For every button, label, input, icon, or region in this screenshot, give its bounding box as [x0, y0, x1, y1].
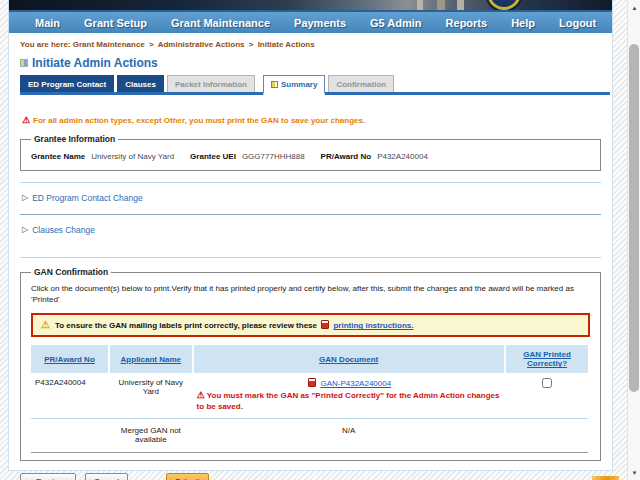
expand-triangle-icon: ▷ — [22, 226, 28, 234]
header-gan-printed-correctly[interactable]: GAN Printed Correctly? — [505, 345, 589, 373]
gan-alert-text: To ensure the GAN mailing labels print c… — [55, 320, 413, 330]
header-pr-award-no[interactable]: PR/Award No — [31, 345, 109, 373]
cell-gan-printed-checkbox — [505, 373, 589, 418]
cell-merged-gan-status: Merged GAN not available — [109, 418, 193, 452]
gan-print-instructions-text: Click on the document(s) below to print.… — [31, 283, 592, 305]
section-divider — [20, 257, 601, 258]
gan-table-row: Merged GAN not available N/A — [31, 418, 588, 452]
warning-icon: ⚠ — [22, 116, 30, 125]
main-navbar: Main Grant Setup Grant Maintenance Payme… — [9, 10, 612, 33]
gan-document-table: PR/Award No Applicant Name GAN Document … — [31, 345, 588, 453]
breadcrumb-link-administrative-actions[interactable]: Administrative Actions — [158, 40, 245, 49]
admin-action-warning: ⚠ For all admin action types, except Oth… — [22, 116, 612, 125]
clauses-change-toggle[interactable]: ▷ Clauses Change — [20, 215, 601, 246]
nav-item-g5-admin[interactable]: G5 Admin — [358, 17, 434, 29]
page-title-icon — [20, 59, 28, 67]
nav-item-help[interactable]: Help — [499, 17, 547, 29]
admin-action-warning-text: For all admin action types, except Other… — [33, 116, 365, 125]
caution-triangle-icon: ⚠ — [41, 320, 50, 330]
banner-detail — [457, 0, 464, 10]
pr-award-no-value: P432A240004 — [377, 152, 428, 161]
scrollbar-down-arrow[interactable]: ▼ — [628, 466, 640, 479]
nav-item-reports[interactable]: Reports — [434, 17, 500, 29]
pdf-icon — [308, 378, 316, 387]
nav-item-main[interactable]: Main — [23, 17, 72, 29]
printing-instructions-link[interactable]: printing instructions. — [333, 321, 413, 330]
grantee-name-label: Grantee Name — [31, 152, 85, 161]
scrollbar-up-arrow[interactable]: ▲ — [628, 1, 640, 14]
tab-clauses[interactable]: Clauses — [117, 75, 164, 92]
breadcrumb-separator: > — [247, 40, 256, 49]
gan-print-warning-text: You must mark the GAN as "Printed Correc… — [197, 391, 500, 411]
ed-program-contact-change-label: ED Program Contact Change — [32, 193, 143, 203]
cancel-button[interactable]: Cancel — [85, 473, 128, 480]
warning-icon: ⚠ — [197, 390, 205, 400]
gan-table-header-row: PR/Award No Applicant Name GAN Document … — [31, 345, 588, 373]
gan-confirmation-fieldset: GAN Confirmation Click on the document(s… — [20, 267, 601, 461]
gan-print-warning: ⚠ You must mark the GAN as "Printed Corr… — [197, 391, 501, 413]
banner-detail — [437, 0, 445, 10]
grantee-uei-label: Grantee UEI — [190, 152, 236, 161]
department-seal-icon — [487, 0, 521, 10]
page-title: Initiate Admin Actions — [32, 56, 158, 70]
gan-alert-message: To ensure the GAN mailing labels print c… — [55, 321, 317, 330]
tab-packet-information: Packet Information — [167, 75, 255, 92]
tab-summary[interactable]: Summary — [263, 75, 325, 95]
grantee-information-fieldset: Grantee Information Grantee Name Univers… — [20, 134, 601, 171]
header-applicant-name[interactable]: Applicant Name — [109, 345, 193, 373]
gan-table-row: P432A240004 University of Navy Yard GAN-… — [31, 373, 588, 418]
gan-printed-checkbox[interactable] — [542, 378, 552, 388]
gan-confirmation-legend: GAN Confirmation — [31, 267, 111, 277]
cell-merged-gan-document: N/A — [193, 418, 505, 452]
tab-summary-label: Summary — [281, 80, 317, 89]
pdf-icon — [321, 320, 329, 329]
previous-button[interactable]: < Previous — [20, 473, 76, 480]
nav-item-grant-maintenance[interactable]: Grant Maintenance — [159, 17, 282, 29]
gan-document-link[interactable]: GAN-P432A240004 — [320, 379, 391, 388]
cell-pr-award-no-empty — [31, 418, 109, 452]
action-button-row: < Previous Cancel Submit — [20, 473, 612, 480]
cell-applicant-name: University of Navy Yard — [109, 373, 193, 418]
tab-ed-program-contact[interactable]: ED Program Contact — [20, 75, 114, 92]
partially-visible-element — [592, 476, 619, 480]
page-container: Main Grant Setup Grant Maintenance Payme… — [8, 0, 613, 471]
nav-item-payments[interactable]: Payments — [282, 17, 358, 29]
banner-detail — [417, 0, 423, 10]
clauses-change-label: Clauses Change — [32, 225, 95, 235]
header-banner-photo — [9, 0, 612, 10]
vertical-scrollbar[interactable]: ▲ ▼ — [627, 0, 640, 480]
cell-pr-award-no: P432A240004 — [31, 373, 109, 418]
page-title-row: Initiate Admin Actions — [20, 56, 612, 70]
grantee-name-value: University of Navy Yard — [91, 152, 174, 161]
scrollbar-thumb[interactable] — [629, 44, 639, 392]
breadcrumb-link-grant-maintenance[interactable]: Grant Maintenance — [73, 40, 145, 49]
grantee-uei-value: GGG777HHH888 — [242, 152, 305, 161]
ed-program-contact-change-toggle[interactable]: ▷ ED Program Contact Change — [20, 183, 601, 214]
summary-tab-icon — [271, 81, 278, 88]
cell-gan-document: GAN-P432A240004 ⚠ You must mark the GAN … — [193, 373, 505, 418]
header-gan-document[interactable]: GAN Document — [193, 345, 505, 373]
nav-item-grant-setup[interactable]: Grant Setup — [72, 17, 159, 29]
grantee-info-line: Grantee Name University of Navy Yard Gra… — [29, 152, 592, 161]
gan-mailing-labels-alert: ⚠ To ensure the GAN mailing labels print… — [31, 313, 590, 337]
tab-confirmation: Confirmation — [328, 75, 394, 92]
breadcrumb-separator: > — [147, 40, 156, 49]
pr-award-no-label: PR/Award No — [321, 152, 372, 161]
cell-merged-gan-checkbox-empty — [505, 418, 589, 452]
tab-bar: ED Program Contact Clauses Packet Inform… — [20, 75, 610, 95]
breadcrumb: You are here: Grant Maintenance > Admini… — [20, 40, 612, 49]
grantee-information-legend: Grantee Information — [31, 134, 118, 144]
expand-triangle-icon: ▷ — [22, 194, 28, 202]
nav-item-logout[interactable]: Logout — [547, 17, 608, 29]
breadcrumb-prefix: You are here: — [20, 40, 71, 49]
breadcrumb-link-initiate-actions[interactable]: Initiate Actions — [258, 40, 315, 49]
submit-button[interactable]: Submit — [166, 473, 209, 480]
